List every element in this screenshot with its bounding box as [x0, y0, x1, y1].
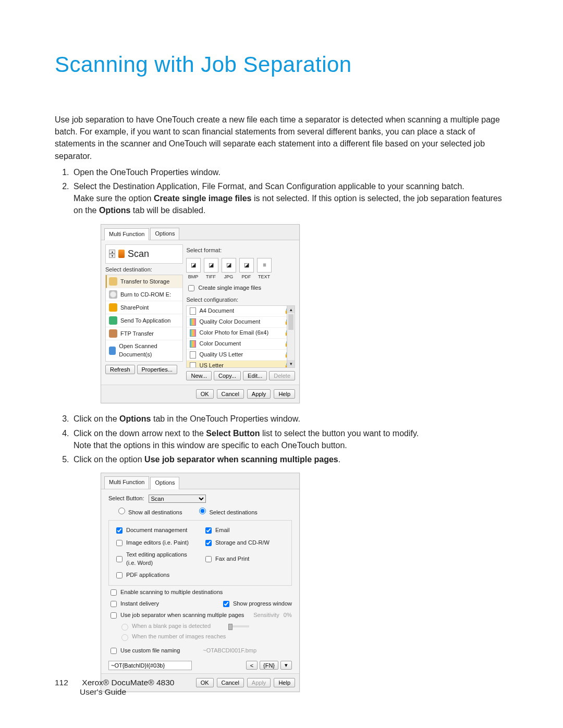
bmp-icon: ◪ — [186, 258, 201, 273]
text-icon: ≡ — [257, 258, 272, 273]
apply-button[interactable]: Apply — [247, 389, 271, 399]
check-fax-print[interactable]: Fax and Print — [203, 550, 286, 569]
step-1: Open the OneTouch Properties window. — [71, 166, 508, 178]
properties-button[interactable]: Properties... — [137, 365, 177, 374]
select-destinations-radio[interactable]: Select destinations — [197, 506, 257, 517]
jpg-icon: ◪ — [222, 258, 236, 273]
ok-button[interactable]: OK — [196, 389, 214, 399]
sensitivity-label: Sensitivity — [253, 611, 279, 620]
scan-header: ▴▾ Scan — [105, 244, 183, 263]
sensitivity-value: 0% — [284, 611, 292, 620]
spin-down[interactable]: ▾ — [109, 254, 115, 258]
cfg-quality-color-document[interactable]: Quality Color Document🔒 — [187, 317, 295, 328]
page-color-icon — [190, 329, 196, 337]
tab-options[interactable]: Options — [150, 477, 179, 489]
cfg-color-document[interactable]: Color Document🔒 — [187, 339, 295, 350]
configuration-list[interactable]: A4 Document🔒 Quality Color Document🔒 Col… — [186, 305, 295, 368]
fn-token-button[interactable]: {FN} — [260, 661, 278, 670]
check-text-editors[interactable]: Text editing applications (i.e. Word) — [114, 550, 197, 569]
show-all-destinations-radio[interactable]: Show all destinations — [116, 506, 182, 517]
format-bmp[interactable]: ◪BMP — [186, 258, 200, 280]
step-2: Select the Destination Application, File… — [71, 180, 508, 403]
dest-ftp[interactable]: FTP Transfer — [106, 327, 182, 340]
button-spinner[interactable]: ▴▾ — [109, 250, 115, 258]
left-button-row: Refresh Properties... — [105, 362, 183, 374]
dest-burn-to-cd[interactable]: Burn to CD-ROM E: — [106, 288, 182, 301]
check-use-custom-file-naming[interactable]: Use custom file naming ~OTABCDI001F.bmp — [108, 645, 292, 657]
cfg-us-letter[interactable]: US Letter🔒 — [187, 361, 295, 368]
left-column: ▴▾ Scan Select destination: Transfer to … — [105, 244, 183, 380]
dest-send-to-app[interactable]: Send To Application — [106, 314, 182, 327]
scrollbar[interactable]: ▴▾ — [287, 306, 295, 367]
edit-button[interactable]: Edit... — [243, 371, 267, 380]
check-show-progress-window[interactable]: Show progress window — [221, 598, 292, 610]
apply-button[interactable]: Apply — [247, 678, 271, 687]
scroll-thumb[interactable] — [288, 314, 293, 330]
tab-options[interactable]: Options — [150, 228, 179, 240]
check-use-job-separator[interactable]: Use job separator when scanning multiple… — [108, 610, 292, 621]
check-image-editors[interactable]: Image editors (i.e. Paint) — [114, 537, 197, 549]
copy-button[interactable]: Copy... — [214, 371, 241, 380]
cfg-quality-us-letter[interactable]: Quality US Letter🔒 — [187, 350, 295, 361]
format-jpg[interactable]: ◪JPG — [222, 258, 235, 280]
fn-dropdown-button[interactable]: ▾ — [280, 661, 292, 670]
check-storage-cdrw[interactable]: Storage and CD-R/W — [203, 537, 286, 549]
page-icon — [190, 307, 196, 315]
step-5: Click on the option Use job separator wh… — [71, 453, 508, 692]
destination-types-group: Document management Email Image editors … — [108, 520, 292, 586]
filename-pattern-input[interactable] — [108, 661, 192, 670]
ok-button[interactable]: OK — [196, 678, 214, 687]
format-row: ◪BMP ◪TIFF ◪JPG ◪PDF ≡TEXT — [186, 256, 295, 282]
check-pdf-applications[interactable]: PDF applications — [114, 570, 197, 581]
format-pdf[interactable]: ◪PDF — [239, 258, 253, 280]
check-instant-delivery[interactable]: Instant delivery — [108, 598, 159, 610]
help-button[interactable]: Help — [274, 389, 295, 399]
select-button-dropdown[interactable]: Scan — [149, 495, 206, 503]
onetouch-properties-dialog-multifunction: Multi Function Options ▴▾ Scan Select de… — [101, 224, 300, 404]
dest-transfer-to-storage[interactable]: Transfer to Storage — [106, 275, 182, 288]
tiff-icon: ◪ — [204, 258, 218, 273]
radio-blank-page[interactable]: When a blank page is detected — [119, 621, 292, 632]
new-button[interactable]: New... — [186, 371, 212, 380]
select-button-label: Select Button: — [108, 495, 144, 503]
onetouch-properties-dialog-options: Multi Function Options Select Button: Sc… — [101, 473, 300, 692]
scan-label: Scan — [128, 247, 149, 261]
delete-button[interactable]: Delete — [269, 371, 295, 380]
slider-knob[interactable] — [228, 624, 232, 630]
destination-list[interactable]: Transfer to Storage Burn to CD-ROM E: Sh… — [105, 275, 183, 362]
tab-multi-function[interactable]: Multi Function — [104, 228, 149, 241]
spin-up[interactable]: ▴ — [109, 250, 115, 254]
scroll-down[interactable]: ▾ — [287, 360, 295, 367]
open-icon — [109, 347, 116, 355]
custom-naming-example: ~OTABCDI001F.bmp — [203, 647, 256, 655]
dest-open-scanned[interactable]: Open Scanned Document(s) — [106, 340, 182, 361]
instruction-list: Open the OneTouch Properties window. Sel… — [55, 166, 508, 692]
select-configuration-label: Select configuration: — [186, 296, 295, 304]
select-button-row: Select Button: Scan — [108, 495, 292, 503]
check-enable-multiple-destinations[interactable]: Enable scanning to multiple destinations — [108, 587, 292, 598]
cfg-a4-document[interactable]: A4 Document🔒 — [187, 306, 295, 317]
tab-multi-function[interactable]: Multi Function — [104, 476, 149, 489]
dest-sharepoint[interactable]: SharePoint — [106, 301, 182, 314]
create-single-image-files-check[interactable]: Create single image files — [186, 282, 295, 294]
format-text[interactable]: ≡TEXT — [257, 258, 271, 280]
create-single-checkbox[interactable] — [188, 285, 194, 291]
page-icon — [190, 362, 196, 368]
refresh-button[interactable]: Refresh — [105, 365, 135, 374]
cancel-button[interactable]: Cancel — [217, 389, 244, 399]
sensitivity-slider[interactable] — [228, 625, 249, 627]
check-email[interactable]: Email — [203, 525, 286, 536]
fn-back-button[interactable]: < — [246, 661, 258, 670]
page-number: 112 — [55, 678, 80, 687]
destinations-radio-row: Show all destinations Select destination… — [116, 506, 292, 517]
cancel-button[interactable]: Cancel — [217, 678, 244, 687]
radio-number-of-images[interactable]: When the number of images reaches — [119, 632, 292, 642]
document-page: Scanning with Job Separation Use job sep… — [0, 0, 563, 728]
help-button[interactable]: Help — [274, 678, 295, 687]
scroll-up[interactable]: ▴ — [287, 306, 295, 313]
cfg-color-photo-email[interactable]: Color Photo for Email (6x4)🔒 — [187, 328, 295, 339]
check-document-management[interactable]: Document management — [114, 525, 197, 536]
app-icon — [109, 316, 117, 325]
format-tiff[interactable]: ◪TIFF — [204, 258, 217, 280]
page-title: Scanning with Job Separation — [55, 52, 508, 77]
